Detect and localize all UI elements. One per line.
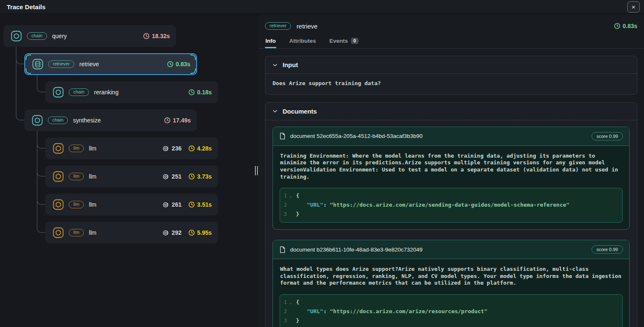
span-duration: 5.95s	[188, 229, 212, 236]
tree-span-row-retrieve[interactable]: retrieverretrieve0.83s	[24, 53, 197, 75]
close-button[interactable]: ×	[627, 1, 640, 13]
span-title: retrieve	[296, 23, 317, 30]
span-kind-badge: llm	[69, 145, 84, 152]
tree-span-row-llm-5[interactable]: llmllm2513.73s	[45, 166, 218, 187]
span-duration: 3.51s	[188, 201, 212, 208]
tree-span-row-query[interactable]: chainquery18.32s	[3, 25, 176, 47]
tab-info[interactable]: Info	[265, 34, 276, 48]
span-name: synthesize	[73, 117, 101, 124]
code-fold-chevron-icon[interactable]: ⌄	[289, 298, 296, 307]
span-name: llm	[89, 173, 96, 180]
span-kind-badge: retriever	[48, 60, 74, 68]
detail-content: Input Does Arize support training data? …	[258, 49, 644, 327]
document-title: document b236b611-10fe-48ad-83e3-9e820c7…	[290, 247, 423, 253]
clock-icon	[188, 201, 195, 208]
token-count: 251	[163, 173, 182, 180]
json-value-url: "https://docs.arize.com/arize/resources/…	[330, 308, 488, 314]
document-icon	[279, 246, 286, 253]
tab-events[interactable]: Events 0	[329, 34, 359, 48]
clock-icon	[167, 61, 174, 67]
chain-span-icon	[32, 115, 43, 126]
chain-span-icon	[11, 31, 22, 42]
clock-icon	[614, 23, 621, 29]
span-kind-badge: chain	[69, 88, 89, 96]
tree-span-row-llm-6[interactable]: llmllm2613.51s	[45, 194, 218, 215]
token-count-icon	[163, 173, 170, 180]
tree-span-row-llm-4[interactable]: llmllm2364.28s	[45, 138, 218, 159]
document-card-header: document 52ec655a-205a-4512-b4bd-53acaf3…	[273, 127, 629, 146]
documents-section: Documents document 52ec655a-205a-4512-b4…	[265, 102, 637, 327]
tree-span-row-llm-7[interactable]: llmllm2925.95s	[45, 222, 218, 244]
code-line: 2"URL": "https://docs.arize.com/arize/re…	[280, 307, 622, 316]
chevron-down-icon	[272, 62, 278, 68]
span-name: retrieve	[79, 61, 99, 67]
span-kind-badge: chain	[48, 117, 68, 124]
events-count-badge: 0	[351, 38, 358, 44]
llm-hexagon-icon	[53, 227, 64, 238]
span-kind-badge: retriever	[265, 22, 291, 30]
code-line: 1⌄{	[280, 298, 622, 307]
close-icon: ×	[632, 3, 636, 10]
trace-details-dialog: Trace Details × chainquery18.32sretrieve…	[0, 0, 644, 327]
trace-tree-panel: chainquery18.32sretrieverretrieve0.83sch…	[0, 14, 254, 327]
document-icon	[279, 132, 286, 140]
input-section: Input Does Arize support training data?	[265, 56, 637, 95]
json-key: "URL"	[307, 308, 323, 314]
document-text: What model types does Arize support?Ariz…	[273, 259, 629, 293]
splitter-handle-icon[interactable]	[255, 166, 258, 175]
token-count-icon	[163, 201, 170, 208]
span-duration: 18.32s	[143, 33, 170, 39]
code-line: 1⌄{	[280, 191, 622, 200]
token-count: 236	[163, 145, 182, 152]
document-metadata-json: 1⌄{2"URL": "https://docs.arize.com/arize…	[280, 294, 623, 327]
document-metadata-json: 1⌄{2"URL": "https://docs.arize.com/arize…	[280, 188, 623, 223]
documents-section-header[interactable]: Documents	[265, 103, 637, 120]
code-line: 2"URL": "https://docs.arize.com/arize/se…	[280, 200, 622, 210]
span-kind-badge: llm	[69, 201, 84, 208]
token-count-icon	[163, 229, 170, 236]
span-detail-header: retriever retrieve 0.83s	[258, 14, 644, 30]
span-detail-panel: retriever retrieve 0.83s Info Attributes…	[258, 14, 644, 327]
document-score-badge: score 0.99	[592, 132, 623, 140]
span-duration: 3.73s	[188, 173, 212, 180]
llm-hexagon-icon	[53, 143, 64, 154]
span-duration: 0.83s	[614, 23, 637, 29]
span-duration: 0.18s	[188, 89, 212, 96]
chevron-down-icon	[272, 108, 278, 114]
clock-icon	[188, 89, 195, 96]
document-score-badge: score 0.99	[592, 245, 623, 254]
span-kind-badge: chain	[27, 32, 47, 40]
code-fold-chevron-icon[interactable]: ⌄	[289, 192, 296, 200]
span-name: llm	[89, 145, 96, 152]
code-line: 3}	[280, 316, 622, 325]
clock-icon	[188, 145, 195, 152]
page-title: Trace Details	[7, 3, 46, 10]
tree-span-row-synthesize[interactable]: chainsynthesize17.49s	[24, 109, 197, 131]
clock-icon	[143, 33, 150, 39]
token-count: 292	[163, 229, 182, 236]
panel-splitter[interactable]	[254, 14, 258, 327]
tree-span-row-reranking[interactable]: chainreranking0.18s	[45, 81, 218, 103]
span-name: llm	[89, 201, 96, 208]
span-name: query	[52, 33, 67, 39]
json-key: "URL"	[307, 202, 323, 208]
trace-tree: chainquery18.32sretrieverretrieve0.83sch…	[0, 14, 254, 327]
topbar: Trace Details ×	[0, 0, 644, 14]
input-section-header[interactable]: Input	[265, 56, 637, 74]
code-line: 3}	[280, 210, 622, 219]
input-section-title: Input	[283, 61, 298, 68]
llm-hexagon-icon	[53, 199, 64, 210]
span-kind-badge: llm	[69, 229, 84, 236]
documents-section-title: Documents	[283, 108, 317, 115]
span-name: llm	[89, 229, 96, 236]
clock-icon	[188, 229, 195, 236]
llm-hexagon-icon	[53, 171, 64, 182]
token-count: 261	[163, 201, 182, 208]
span-kind-badge: llm	[69, 173, 84, 180]
token-count-icon	[163, 145, 170, 152]
clock-icon	[164, 117, 171, 124]
json-value-url: "https://docs.arize.com/arize/sending-da…	[330, 202, 569, 208]
document-card-header: document b236b611-10fe-48ad-83e3-9e820c7…	[273, 240, 629, 259]
chain-span-icon	[53, 87, 64, 98]
tab-attributes[interactable]: Attributes	[289, 34, 317, 48]
